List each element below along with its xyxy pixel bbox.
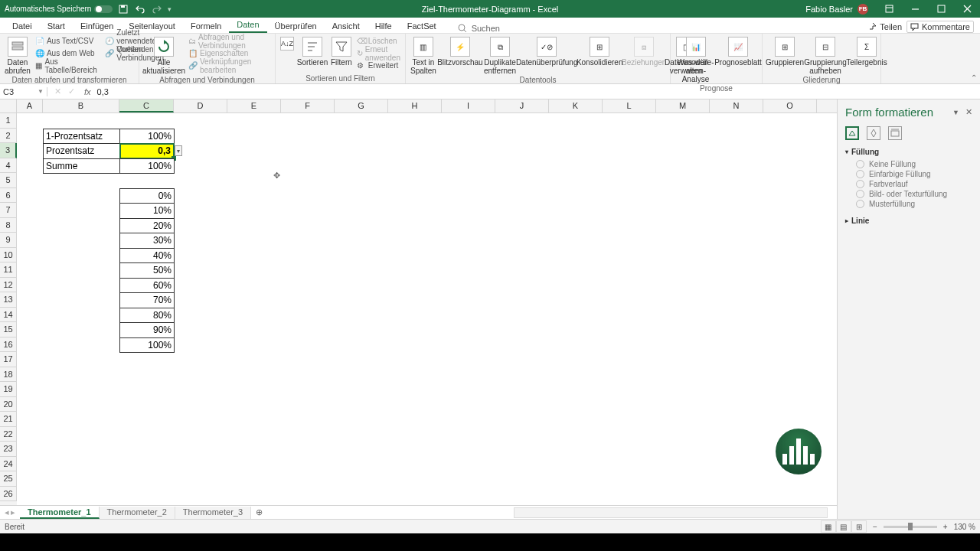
ribbon-display-icon[interactable] — [876, 0, 902, 18]
formula-input[interactable]: 0,3 — [94, 87, 980, 96]
size-tab-icon[interactable] — [888, 126, 902, 140]
gradient-fill-option[interactable]: Farbverlauf — [845, 179, 972, 189]
row-header[interactable]: 5 — [0, 173, 17, 188]
cell-C16[interactable]: 100% — [119, 337, 175, 354]
column-header[interactable]: L — [603, 99, 656, 112]
row-header[interactable]: 3 — [0, 143, 17, 158]
sheet-tab[interactable]: Thermometer_1 — [20, 507, 100, 519]
sheet-nav-prev-icon[interactable]: ◂ — [5, 507, 9, 517]
ungroup-button[interactable]: ⊟Gruppierung aufheben — [805, 35, 845, 75]
row-header[interactable]: 2 — [0, 129, 17, 144]
toggle-switch-icon[interactable] — [94, 5, 113, 13]
cell-C8[interactable]: 20% — [119, 218, 175, 234]
cell-C14[interactable]: 80% — [119, 308, 175, 324]
name-box[interactable]: C3 ▼ — [0, 87, 47, 96]
row-header[interactable]: 9 — [0, 233, 17, 248]
line-section-header[interactable]: ▸ Linie — [845, 217, 972, 225]
sheet-nav-next-icon[interactable]: ▸ — [11, 507, 15, 517]
horizontal-scrollbar[interactable] — [514, 507, 828, 518]
row-header[interactable]: 1 — [0, 113, 17, 129]
cell-C10[interactable]: 40% — [119, 248, 175, 264]
column-header[interactable]: B — [43, 99, 119, 112]
no-fill-option[interactable]: Keine Füllung — [845, 159, 972, 169]
refresh-all-button[interactable]: Alle aktualisieren — [144, 35, 184, 75]
select-all-corner[interactable] — [0, 99, 17, 112]
zoom-slider[interactable] — [884, 526, 937, 528]
cell-C12[interactable]: 60% — [119, 278, 175, 294]
filter-button[interactable]: Filtern — [331, 35, 352, 71]
row-header[interactable]: 20 — [0, 397, 17, 412]
normal-view-icon[interactable]: ▦ — [821, 520, 836, 533]
column-header[interactable]: J — [495, 99, 549, 112]
fill-line-tab-icon[interactable] — [845, 126, 859, 140]
tab-überprüfen[interactable]: Überprüfen — [267, 19, 325, 33]
collapse-ribbon-icon[interactable]: ⌃ — [971, 73, 977, 82]
cell-C4[interactable]: 100% — [119, 158, 175, 174]
close-icon[interactable] — [954, 0, 980, 18]
cell-C9[interactable]: 30% — [119, 233, 175, 249]
row-header[interactable]: 22 — [0, 427, 17, 442]
redo-icon[interactable] — [151, 3, 163, 15]
column-header[interactable]: F — [281, 99, 335, 112]
column-header[interactable]: D — [174, 99, 227, 112]
maximize-icon[interactable] — [928, 0, 954, 18]
cell-C15[interactable]: 90% — [119, 322, 175, 338]
row-header[interactable]: 10 — [0, 248, 17, 263]
namebox-dropdown-icon[interactable]: ▼ — [38, 88, 44, 95]
cell-C11[interactable]: 50% — [119, 262, 175, 279]
column-header[interactable]: O — [763, 99, 817, 112]
add-sheet-button[interactable]: ⊕ — [251, 507, 266, 517]
fill-section-header[interactable]: ▾ Füllung — [845, 148, 972, 156]
share-button[interactable]: Teilen — [868, 22, 902, 31]
cell-B4[interactable]: Summe — [43, 158, 120, 174]
remove-duplicates-button[interactable]: ⧉Duplikate entfernen — [484, 35, 516, 75]
row-header[interactable]: 25 — [0, 471, 17, 487]
tab-datei[interactable]: Datei — [5, 19, 40, 33]
from-table-button[interactable]: ▦Aus Tabelle/Bereich — [34, 60, 100, 71]
sheet-tab[interactable]: Thermometer_2 — [100, 507, 175, 519]
autosave-toggle[interactable]: Automatisches Speichern — [5, 5, 113, 13]
cell-C2[interactable]: 100% — [119, 129, 175, 145]
text-to-columns-button[interactable]: ▥Text in Spalten — [410, 35, 436, 75]
cell-C6[interactable]: 0% — [119, 188, 175, 204]
tab-daten[interactable]: Daten — [229, 18, 266, 33]
sheet-tab[interactable]: Thermometer_3 — [175, 507, 251, 519]
tab-einfügen[interactable]: Einfügen — [73, 19, 121, 33]
effects-tab-icon[interactable] — [867, 126, 880, 140]
advanced-button[interactable]: ⚙Erweitert — [355, 60, 405, 71]
cell-C3[interactable]: 0,3 — [119, 143, 175, 159]
cell-grid[interactable]: 1-Prozentsatz100%Prozentsatz0,3Summe100%… — [17, 113, 837, 505]
fx-icon[interactable]: fx — [81, 87, 94, 96]
forecast-button[interactable]: 📈Prognoseblatt — [719, 35, 757, 83]
column-header[interactable]: A — [17, 99, 43, 112]
row-header[interactable]: 13 — [0, 292, 17, 308]
column-header[interactable]: H — [388, 99, 442, 112]
from-textcsv-button[interactable]: 📄Aus Text/CSV — [34, 35, 100, 47]
page-break-view-icon[interactable]: ⊞ — [851, 520, 867, 533]
row-header[interactable]: 21 — [0, 412, 17, 427]
tab-start[interactable]: Start — [40, 19, 73, 33]
accept-formula-icon[interactable]: ✓ — [66, 86, 77, 96]
whatif-button[interactable]: 📊Was-wäre-wenn- Analyse — [675, 35, 716, 83]
cell-C13[interactable]: 70% — [119, 292, 175, 308]
tab-factset[interactable]: FactSet — [400, 19, 444, 33]
queries-connections-button[interactable]: 🗂Abfragen und Verbindungen — [187, 35, 270, 47]
qat-dropdown-icon[interactable]: ▾ — [168, 5, 172, 13]
tab-hilfe[interactable]: Hilfe — [368, 19, 400, 33]
column-header[interactable]: G — [335, 99, 388, 112]
undo-icon[interactable] — [134, 3, 146, 15]
panel-close-icon[interactable]: ✕ — [965, 107, 972, 117]
minimize-icon[interactable] — [902, 0, 928, 18]
user-account[interactable]: Fabio Basler FB — [798, 4, 876, 15]
picture-fill-option[interactable]: Bild- oder Texturfüllung — [845, 189, 972, 199]
subtotal-button[interactable]: ΣTeilergebnis — [848, 35, 885, 75]
get-data-button[interactable]: Daten abrufen — [5, 35, 31, 75]
cancel-formula-icon[interactable]: ✕ — [52, 86, 63, 96]
consolidate-button[interactable]: ⊞Konsolidieren — [577, 35, 622, 75]
solid-fill-option[interactable]: Einfarbige Füllung — [845, 169, 972, 179]
row-header[interactable]: 14 — [0, 308, 17, 323]
row-header[interactable]: 4 — [0, 158, 17, 174]
column-header[interactable]: N — [710, 99, 763, 112]
cell-B3[interactable]: Prozentsatz — [43, 143, 120, 159]
data-validation-dropdown-icon[interactable]: ▾ — [175, 145, 182, 156]
